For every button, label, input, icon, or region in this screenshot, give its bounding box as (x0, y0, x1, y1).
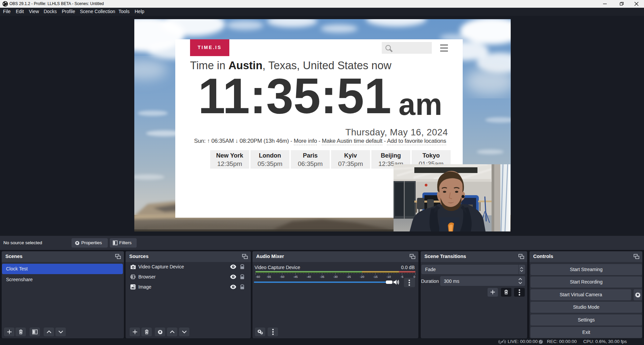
svg-text:-40: -40 (307, 275, 311, 278)
svg-text:-25: -25 (347, 275, 351, 278)
svg-text:-50: -50 (280, 275, 284, 278)
svg-text:-20: -20 (360, 275, 364, 278)
svg-text:-55: -55 (267, 275, 271, 278)
svg-text:-35: -35 (320, 275, 324, 278)
svg-text:-30: -30 (333, 275, 337, 278)
svg-text:-10: -10 (386, 275, 391, 278)
svg-text:-45: -45 (293, 275, 297, 278)
svg-text:-15: -15 (373, 275, 377, 278)
svg-text:-60: -60 (256, 275, 260, 278)
svg-text:-5: -5 (401, 275, 403, 278)
